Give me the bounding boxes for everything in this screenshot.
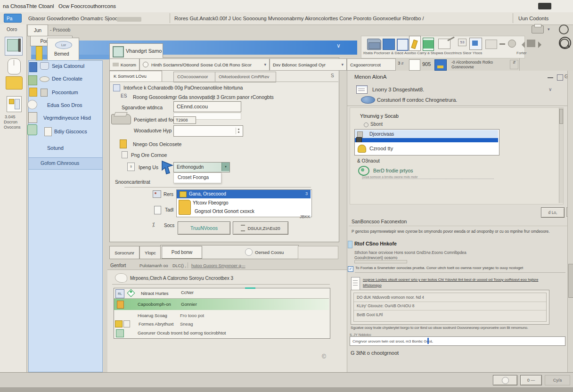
pane-checkbox-label[interactable]: To Foorlas a Srwnetoter oonoclas prueba.… <box>355 266 565 270</box>
sidebar-strip-disc-icon[interactable] <box>27 100 37 109</box>
tab-pod-bonw[interactable]: Pod bonw <box>162 246 202 259</box>
ribbon-seg-4[interactable]: Cxgooercrorcot <box>347 58 396 71</box>
status-cya-button[interactable]: Cy/a <box>545 375 570 385</box>
banner-chevron-icon[interactable]: ∨ <box>336 42 341 49</box>
pane-link-line-2[interactable]: bRctorrepo <box>363 283 382 287</box>
table-header-row[interactable]: RL Nitraot Hurtes CcNer <box>114 288 329 299</box>
sidebar-strip-db-icon[interactable] <box>29 62 37 72</box>
pane-checkbox[interactable]: ✓ <box>348 266 353 272</box>
pane-inner-scroll-thumb[interactable] <box>559 109 563 124</box>
status-d[interactable]: hutoo Guooro Smyxnoer q— <box>191 263 246 268</box>
pane-list-item-1[interactable]: Djoorcivaas <box>355 130 498 138</box>
subtab-2[interactable]: COxcooownoor <box>173 72 216 82</box>
folder-rail-icon[interactable] <box>6 76 23 90</box>
sidebar-item-2[interactable]: Dee Croolate <box>52 76 82 82</box>
blank-box-icon[interactable] <box>485 40 497 49</box>
dialog-title-tab[interactable]: Vhandgrt Samo <box>109 43 163 58</box>
sidebar-item-5[interactable]: Vegrmdinyeuce Hisd <box>43 115 91 121</box>
pane-group2-note[interactable]: Goya somoon a brrvbu oworw mvls mobr <box>362 175 494 179</box>
right-scrollbar[interactable] <box>567 71 573 372</box>
folder-closed-icon[interactable] <box>367 39 381 50</box>
combo-box[interactable]: Erthonogudn ▾ <box>173 162 230 172</box>
right-scroll-thumb[interactable] <box>568 264 573 298</box>
combo-dropdown-item[interactable]: Croset Foonga <box>173 172 221 183</box>
sidebar-item-7[interactable]: Sotund <box>47 145 64 151</box>
pane-row1-chevron-icon[interactable]: ∨ <box>548 87 552 92</box>
subtab-3[interactable]: OMoetoedoreot CmRRev <box>215 72 276 82</box>
ribbon-seg-5[interactable]: -0 Alconbonoods Rotko Gosneoovse <box>449 58 510 71</box>
calculator-icon[interactable] <box>7 96 22 112</box>
box-row-1[interactable]: DO dUK Ntduvvotb vomoon noor. Nd 4 <box>354 293 546 302</box>
pane-row-1[interactable]: Lnorry 3 Dnsgeshtwt8. <box>372 87 424 92</box>
pane-group2-item[interactable]: BerD frodie prtyos <box>373 168 413 173</box>
ribbon-end-spinner[interactable]: ⇵ <box>510 60 518 69</box>
printer-icon[interactable] <box>532 25 544 33</box>
option2-label[interactable]: Png Ore Cornoe <box>131 152 167 158</box>
sidebar-strip-leaf-icon[interactable] <box>28 75 37 85</box>
spinner-dots-icon[interactable] <box>236 128 241 134</box>
green-book-icon[interactable] <box>423 38 434 51</box>
pane-footer-link[interactable]: G 3tNt o chootgrnoot <box>351 350 399 356</box>
help-circle-icon[interactable] <box>559 24 569 34</box>
flow-flag-icon[interactable] <box>538 41 545 48</box>
sidebar-strip-recycle-icon[interactable] <box>27 124 37 135</box>
list-item-2[interactable]: Yfcoxv Fbeogrgo <box>193 200 229 205</box>
table-row[interactable]: Hioarug Scoag Fro tooo pot <box>114 311 329 319</box>
pane-list-item-2[interactable]: Czrood tty <box>355 142 498 155</box>
tab-ylopc[interactable]: Ylopc <box>139 246 161 259</box>
bar2-right-text[interactable]: Uun Codonts <box>518 16 548 21</box>
tab-oersed-coosu[interactable]: Oersed Coosu <box>255 250 284 255</box>
flow-block-icon[interactable] <box>527 40 535 47</box>
sidebar-item-6[interactable]: Bdiy Giscoocs <box>54 129 87 134</box>
datasheet-icon[interactable] <box>469 38 482 50</box>
ribbon-page-icon[interactable] <box>409 59 420 71</box>
pane-link-line-1[interactable]: nogroe Loptes otsutt oosrer/ srto y ner … <box>363 278 565 282</box>
table-row[interactable]: Formes Abrythuxt Sneag <box>114 319 329 328</box>
grid-icon[interactable] <box>557 74 563 81</box>
option1-label[interactable]: Nnego Oos Oeicosete <box>133 141 181 147</box>
flow-arrow-icon[interactable] <box>518 41 525 48</box>
ball-tool-icon[interactable] <box>508 40 516 48</box>
sidebar-strip-calc-icon[interactable] <box>28 112 37 123</box>
field1-input[interactable]: CEnnd.cocou <box>173 101 241 112</box>
field3-spinner-input[interactable] <box>173 125 243 137</box>
ribbon-seg-2[interactable]: Hinth Soctamrs/Ottoond Soose Cul.Ott Ron… <box>139 58 270 71</box>
window-control-icon[interactable] <box>538 3 551 9</box>
secondary-button[interactable]: DSUUI,ZIAEo20 <box>233 221 288 235</box>
pane-group1-sub[interactable]: Sbont <box>370 122 383 127</box>
table-row[interactable]: Capoobomph-on Gonnier <box>114 299 329 310</box>
list-item-selected[interactable]: Gana, Orsecoood 3 <box>177 190 311 198</box>
ribbon-spinner[interactable]: 3 ⇵ <box>398 60 408 69</box>
pane-text-input[interactable]: Cmgrvor urovom twin ost srooL m3 Bonbc G… <box>350 336 565 346</box>
sidebar-strip-note-icon[interactable] <box>29 88 37 97</box>
sidebar-item-1[interactable]: Seja Catoonul <box>52 63 84 69</box>
table-row[interactable]: Georurer Ocxub troont bd oorrog tiocirob… <box>114 328 329 337</box>
monitor-icon[interactable] <box>5 37 23 56</box>
edit-page-icon[interactable] <box>409 36 421 51</box>
pane-list-selection-bar[interactable] <box>355 138 498 142</box>
export-icon[interactable] <box>383 39 395 50</box>
frame-icon[interactable] <box>397 39 409 51</box>
chevron-down-icon[interactable]: ▾ <box>548 27 550 32</box>
box-row-3[interactable]: BetB Goot tLRl <box>354 310 546 321</box>
field2-box[interactable]: T2908 <box>173 116 196 124</box>
menu-item-2[interactable]: Ocw Foocrcouthorrcons <box>58 3 116 9</box>
mini-button[interactable]: d Lo, <box>541 207 565 218</box>
status-zero-button[interactable]: 0 — <box>520 375 542 385</box>
bemed-card[interactable]: Lor Bemed <box>47 38 79 61</box>
list-item-3[interactable]: Gogrsol Ortot Gonort cxoxck <box>195 209 254 214</box>
sidebar-item-3[interactable]: Pocoontum <box>52 90 78 95</box>
ribbon-chart-icon[interactable] <box>434 59 447 71</box>
pa-button[interactable]: Pa <box>4 14 22 23</box>
ribbon-seg-3[interactable]: Dxv Bdonoc Soniagod Oyr ▾ <box>270 58 347 71</box>
pane-inner-scrollbar[interactable] <box>559 108 563 203</box>
confirm-button[interactable]: TruuNVooos <box>178 221 230 235</box>
pane-row-2[interactable]: Corstunorl ff corrdoc Chrognetrura. <box>377 97 457 103</box>
menu-item-1[interactable]: na ChosaThte Ctoanl <box>3 3 54 9</box>
code-badge-icon[interactable]: 53 <box>458 39 467 46</box>
combo-dropdown-arrow-icon[interactable]: ▾ <box>221 163 229 171</box>
subtab-active[interactable]: K Somvort LOvu <box>109 71 162 82</box>
big-circle-icon[interactable] <box>559 37 571 49</box>
box-row-2[interactable]: KLtry' Gtoouze: OuAtB OrAtOU 8 <box>354 302 546 310</box>
dash-icon[interactable] <box>499 43 505 45</box>
